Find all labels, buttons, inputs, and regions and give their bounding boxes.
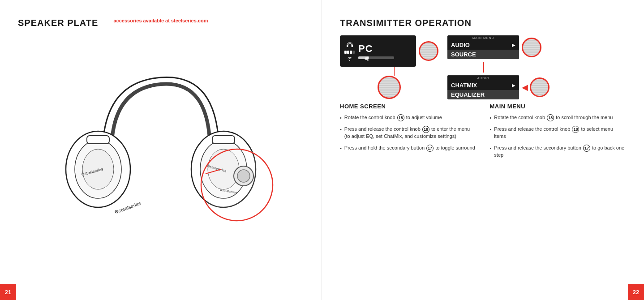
home-screen-text: HOME SCREEN • Rotate the control knob 18… <box>340 103 477 159</box>
badge-18-2: 18 <box>422 126 429 133</box>
bullet-item-1: • Rotate the control knob 18 to adjust v… <box>340 114 477 121</box>
main-menu-diagram: MAIN MENU AUDIO ▶ SOURCE <box>447 35 550 99</box>
svg-rect-17 <box>347 45 348 47</box>
headset-svg: ⚙steelseries ⚙steelseries ⚙steelseries ⚙… <box>44 37 277 270</box>
home-knob-top <box>419 41 438 61</box>
home-knob-bottom <box>378 76 401 99</box>
audio-submenu-header: AUDIO <box>447 75 519 81</box>
transmitter-title: TRANSIMITTER OPERATION <box>340 18 626 28</box>
svg-rect-18 <box>352 45 353 47</box>
home-screen-bullets: • Rotate the control knob 18 to adjust v… <box>340 114 477 152</box>
home-screen-section-title: HOME SCREEN <box>340 103 477 110</box>
main-knob-bottom: ◀ <box>522 77 550 97</box>
text-sections: HOME SCREEN • Rotate the control knob 18… <box>340 103 626 159</box>
equalizer-menu-item: EQUALIZER <box>447 90 519 99</box>
badge-18-4: 18 <box>572 126 579 133</box>
main-menu-header: MAIN MENU <box>447 35 519 40</box>
pc-label: PC <box>358 43 412 55</box>
main-bullet-item-2: • Press and release the control knob 18 … <box>490 126 627 140</box>
chatmix-menu-item: CHATMIX ▶ <box>447 81 519 90</box>
audio-menu-item: AUDIO ▶ <box>447 40 519 50</box>
svg-text:⚙steelseries: ⚙steelseries <box>113 200 142 215</box>
svg-point-11 <box>202 150 272 220</box>
headset-illustration: ⚙steelseries ⚙steelseries ⚙steelseries ⚙… <box>18 28 304 279</box>
main-menu-bullets: • Rotate the control knob 18 to scroll t… <box>490 114 627 159</box>
page-number-right: 22 <box>628 284 644 300</box>
diagrams-section: PC <box>340 35 626 99</box>
bullet-item-3: • Press and hold the secondary button 17… <box>340 145 477 152</box>
badge-18-1: 18 <box>397 114 404 121</box>
left-page: SPEAKER PLATE accessories available at s… <box>0 0 322 300</box>
badge-18-3: 18 <box>547 114 554 121</box>
main-menu-text: MAIN MENU • Rotate the control knob 18 t… <box>490 103 627 159</box>
bullet-item-2: • Press and release the control knob 18 … <box>340 126 477 140</box>
svg-point-13 <box>237 170 250 182</box>
main-bullet-item-1: • Rotate the control knob 18 to scroll t… <box>490 114 627 121</box>
home-screen-display: PC <box>340 35 416 67</box>
svg-rect-6 <box>87 136 109 144</box>
main-bullet-item-3: • Press and release the secondary button… <box>490 145 627 159</box>
right-page: TRANSIMITTER OPERATION <box>322 0 644 300</box>
badge-17-1: 17 <box>426 145 434 152</box>
accessories-text: accessories available at steelseries.com <box>114 18 208 23</box>
page-number-left: 21 <box>0 284 16 300</box>
home-screen-diagram: PC <box>340 35 438 99</box>
svg-rect-7 <box>212 136 235 144</box>
source-menu-item: SOURCE <box>447 50 519 59</box>
audio-source-menu: MAIN MENU AUDIO ▶ SOURCE <box>447 35 519 59</box>
vertical-connector <box>394 67 395 76</box>
menu-connector <box>483 62 484 73</box>
chatmix-eq-menu: AUDIO CHATMIX ▶ EQUALIZER <box>447 75 519 99</box>
badge-17-2: 17 <box>583 145 590 152</box>
main-menu-section-title: MAIN MENU <box>490 103 627 110</box>
main-knob-top <box>522 38 541 57</box>
